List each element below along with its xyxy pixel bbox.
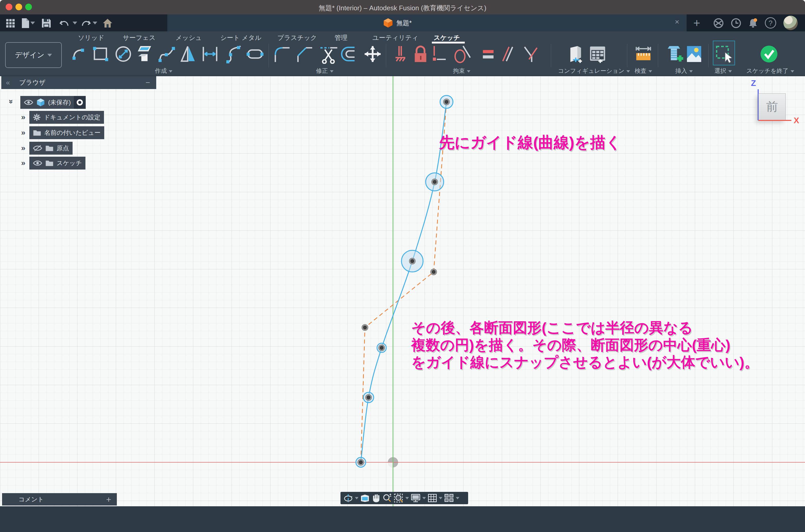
look-at-icon[interactable] bbox=[360, 494, 370, 502]
tab-sheetmetal[interactable]: シート メタル bbox=[220, 34, 261, 42]
fillet-tool-icon[interactable] bbox=[272, 44, 291, 64]
configure-feature-icon[interactable] bbox=[566, 44, 585, 64]
trim-tool-icon[interactable] bbox=[319, 44, 338, 64]
avatar[interactable] bbox=[783, 16, 798, 30]
workspace-selector[interactable]: デザイン bbox=[5, 42, 62, 68]
browser-panel-header[interactable]: « ブラウザ − bbox=[1, 76, 156, 89]
sketch-point[interactable] bbox=[363, 325, 367, 329]
offset-tool-icon[interactable] bbox=[339, 44, 359, 64]
tab-utilities[interactable]: ユーティリティ bbox=[372, 34, 418, 42]
sketch-canvas[interactable]: 先にガイド線(曲線)を描く その後、各断面図形(ここでは半径の異なる 複数の円)… bbox=[0, 76, 805, 506]
modify-group-label[interactable]: 修正 bbox=[316, 67, 334, 75]
activate-component-icon[interactable] bbox=[74, 96, 86, 109]
tab-mesh[interactable]: メッシュ bbox=[175, 34, 202, 42]
browser-row-sketches[interactable]: スケッチ bbox=[29, 157, 86, 170]
equal-constraint-icon[interactable] bbox=[479, 44, 498, 64]
sketch-point[interactable] bbox=[445, 100, 449, 104]
horizontal-vertical-constraint-icon[interactable] bbox=[428, 44, 448, 64]
viewports-icon[interactable] bbox=[444, 493, 454, 503]
configuration-table-icon[interactable] bbox=[588, 44, 607, 64]
fit-spline-tool-icon[interactable] bbox=[224, 44, 243, 64]
circle-tool-icon[interactable] bbox=[113, 44, 133, 64]
browser-row-named-views[interactable]: 名前の付いたビュー bbox=[29, 126, 104, 139]
viewports-dropdown-caret[interactable] bbox=[456, 497, 460, 499]
browser-collapse-icon[interactable]: « bbox=[6, 78, 10, 87]
visibility-eye-icon[interactable] bbox=[33, 160, 42, 167]
tab-solid[interactable]: ソリッド bbox=[78, 34, 104, 42]
orbit-icon[interactable] bbox=[343, 493, 353, 503]
insert-group-label[interactable]: 挿入 bbox=[675, 67, 693, 75]
display-dropdown-caret[interactable] bbox=[422, 497, 426, 499]
dimension-tool-icon[interactable] bbox=[200, 44, 220, 64]
zoom-window-icon[interactable] bbox=[393, 493, 404, 503]
expand-chevron[interactable]: » bbox=[21, 144, 25, 152]
create-group-label[interactable]: 作成 bbox=[155, 67, 172, 75]
project-tool-icon[interactable] bbox=[135, 44, 155, 64]
chamfer-tool-icon[interactable] bbox=[295, 44, 314, 64]
rectangle-tool-icon[interactable] bbox=[91, 44, 110, 64]
save-icon[interactable] bbox=[41, 18, 52, 29]
configuration-group-label[interactable]: コンフィギュレーション bbox=[558, 67, 630, 75]
browser-row-origin[interactable]: 原点 bbox=[29, 142, 73, 155]
home-icon[interactable] bbox=[102, 18, 113, 29]
redo-icon[interactable] bbox=[80, 18, 92, 29]
sketch-point[interactable] bbox=[380, 346, 384, 350]
visibility-off-eye-icon[interactable] bbox=[33, 145, 42, 152]
visibility-eye-icon[interactable] bbox=[24, 99, 33, 106]
sketch-point[interactable] bbox=[410, 259, 414, 263]
mirror-tool-icon[interactable] bbox=[179, 44, 198, 64]
move-tool-icon[interactable] bbox=[363, 44, 382, 64]
viewcube-front-face[interactable]: 前 bbox=[759, 93, 786, 120]
tab-manage[interactable]: 管理 bbox=[335, 34, 348, 42]
insert-image-icon[interactable] bbox=[684, 44, 704, 64]
arc-tool-icon[interactable] bbox=[70, 44, 90, 64]
redo-dropdown-caret[interactable] bbox=[93, 22, 97, 24]
slot-tool-icon[interactable] bbox=[245, 44, 265, 64]
tab-close-icon[interactable]: × bbox=[675, 18, 679, 26]
browser-row-document[interactable]: (未保存) bbox=[20, 96, 86, 109]
pan-hand-icon[interactable] bbox=[371, 493, 381, 503]
extensions-icon[interactable] bbox=[713, 18, 724, 29]
tangent-constraint-icon[interactable] bbox=[452, 44, 472, 64]
tab-sketch[interactable]: スケッチ bbox=[434, 34, 460, 42]
insert-fastener-icon[interactable] bbox=[665, 44, 685, 64]
sketch-point[interactable] bbox=[359, 460, 363, 464]
finish-sketch-icon[interactable] bbox=[759, 44, 779, 64]
undo-dropdown-caret[interactable] bbox=[73, 22, 77, 24]
help-icon[interactable]: ? bbox=[765, 17, 776, 28]
guide-polyline[interactable] bbox=[361, 102, 447, 462]
orbit-dropdown-caret[interactable] bbox=[355, 497, 358, 499]
measure-tool-icon[interactable] bbox=[634, 44, 653, 64]
job-status-clock-icon[interactable] bbox=[730, 18, 742, 29]
finish-sketch-label[interactable]: スケッチを終了 bbox=[746, 67, 794, 75]
tab-plastic[interactable]: プラスチック bbox=[277, 34, 317, 42]
document-tab[interactable]: 無題* bbox=[396, 19, 412, 27]
root-expand-chevron[interactable]: » bbox=[7, 99, 16, 104]
sketch-point[interactable] bbox=[433, 180, 437, 184]
comments-panel[interactable]: コメント + bbox=[2, 493, 117, 506]
notifications-bell-icon[interactable] bbox=[747, 18, 759, 29]
spline-tool-icon[interactable] bbox=[157, 44, 176, 64]
sketch-point[interactable] bbox=[367, 395, 371, 400]
expand-chevron[interactable]: » bbox=[21, 128, 25, 137]
lock-constraint-icon[interactable] bbox=[411, 44, 430, 64]
new-file-icon[interactable] bbox=[20, 18, 31, 29]
constraints-group-label[interactable]: 拘束 bbox=[453, 67, 470, 75]
browser-minimize-icon[interactable]: − bbox=[145, 78, 150, 87]
new-tab-icon[interactable]: + bbox=[693, 16, 700, 30]
new-file-dropdown-caret[interactable] bbox=[30, 22, 35, 24]
sketch-point[interactable] bbox=[432, 270, 436, 274]
origin-marker-quadrant[interactable] bbox=[388, 462, 393, 468]
grid-settings-icon[interactable] bbox=[428, 493, 437, 503]
zoom-window-dropdown-caret[interactable] bbox=[405, 497, 409, 499]
zoom-icon[interactable] bbox=[382, 493, 392, 503]
select-tool-icon[interactable] bbox=[714, 44, 734, 64]
fix-constraint-icon[interactable] bbox=[390, 44, 410, 64]
display-settings-icon[interactable] bbox=[411, 493, 421, 503]
tab-surface[interactable]: サーフェス bbox=[123, 34, 155, 42]
grid-dropdown-caret[interactable] bbox=[439, 497, 443, 499]
parallel-constraint-icon[interactable] bbox=[498, 44, 517, 64]
guide-spline-curve[interactable] bbox=[361, 102, 447, 462]
coincident-constraint-icon[interactable] bbox=[520, 44, 540, 64]
expand-chevron[interactable]: » bbox=[21, 158, 25, 167]
